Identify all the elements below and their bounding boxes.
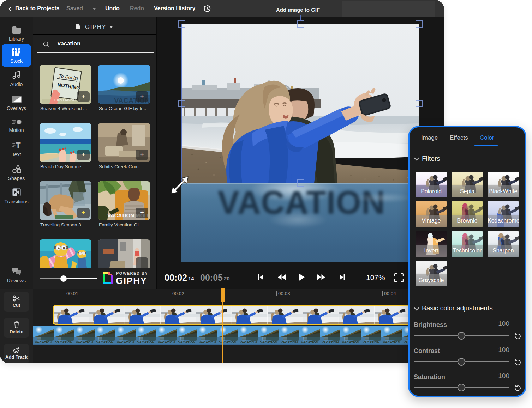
svg-text:T: T xyxy=(16,142,21,150)
